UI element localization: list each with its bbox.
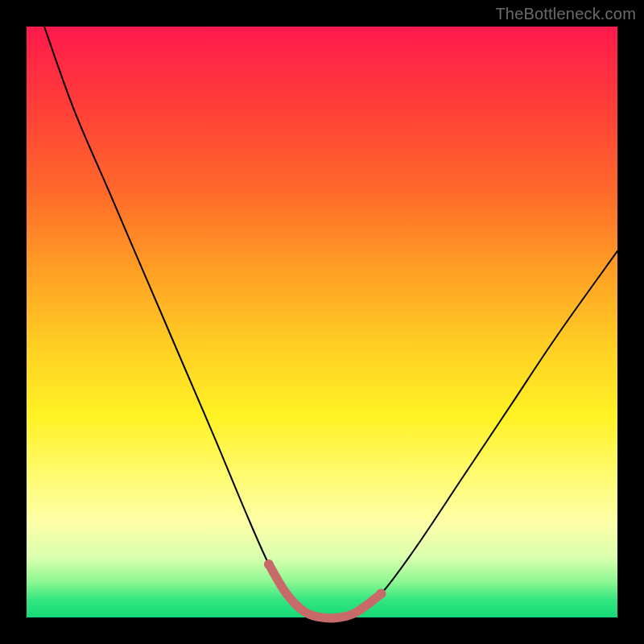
curve-layer bbox=[27, 27, 617, 617]
plot-area bbox=[27, 27, 617, 617]
watermark-text: TheBottleneck.com bbox=[495, 5, 636, 23]
chart-frame: TheBottleneck.com bbox=[0, 0, 644, 644]
bottom-highlight-dot-right bbox=[376, 589, 386, 599]
bottom-highlight-dot-left bbox=[264, 559, 274, 569]
bottleneck-curve bbox=[44, 27, 617, 618]
bottom-highlight bbox=[269, 564, 382, 618]
